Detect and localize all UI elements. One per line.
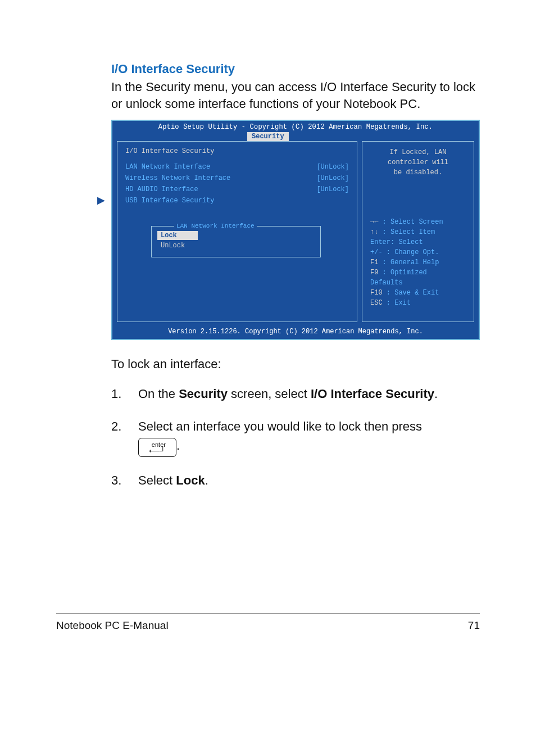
bios-key-hint: +/- : Change Opt.	[370, 247, 466, 257]
bios-item-label: HD AUDIO Interface	[125, 185, 198, 193]
bios-popup-title: LAN Network Interface	[174, 223, 257, 229]
bios-popup-option-unlock: UnLock	[157, 241, 198, 250]
bios-footer: Version 2.15.1226. Copyright (C) 2012 Am…	[112, 327, 479, 339]
bios-key-hint: ↑↓ : Select Item	[370, 227, 466, 237]
bios-key-hint: Enter: Select	[370, 237, 466, 247]
bios-left-panel: I/O Interface Security LAN Network Inter…	[117, 141, 357, 322]
bios-key-hint: F1 : General Help	[370, 257, 466, 268]
bios-screenshot: Aptio Setup Utility - Copyright (C) 2012…	[111, 120, 480, 340]
bios-key-hint: ESC : Exit	[370, 298, 466, 308]
bios-item-lan: LAN Network Interface [UnLock]	[125, 163, 349, 171]
bios-help-line: controller will	[370, 157, 466, 168]
step-3: 3. Select Lock.	[111, 472, 480, 490]
instruction-heading: To lock an interface:	[111, 357, 480, 372]
bios-item-label: USB Interface Security	[125, 197, 214, 205]
bios-help-line: If Locked, LAN	[370, 147, 466, 157]
enter-key-icon: enter ⟵┘	[138, 438, 176, 457]
bios-tab-security: Security	[247, 132, 289, 141]
bios-item-value: [UnLock]	[316, 163, 349, 171]
bios-item-usb: USB Interface Security	[125, 197, 349, 205]
step-1: 1. On the Security screen, select I/O In…	[111, 385, 480, 403]
bios-item-wireless: Wireless Network Interface [UnLock]	[125, 174, 349, 182]
page-number: 71	[468, 619, 480, 632]
step-text: Select an interface you would like to lo…	[138, 418, 480, 457]
step-2: 2. Select an interface you would like to…	[111, 418, 480, 457]
bios-title: Aptio Setup Utility - Copyright (C) 2012…	[112, 121, 479, 131]
bios-item-value: [UnLock]	[316, 185, 349, 193]
section-heading: I/O Interface Security	[111, 62, 480, 76]
step-text: Select Lock.	[138, 472, 480, 490]
bios-item-label: Wireless Network Interface	[125, 174, 230, 182]
bios-popup: LAN Network Interface Lock UnLock	[151, 226, 321, 257]
page-footer: Notebook PC E-Manual 71	[56, 613, 480, 649]
bios-row-pointer-icon: ▶	[97, 194, 105, 206]
step-number: 2.	[111, 418, 138, 457]
bios-help-panel: If Locked, LAN controller will be disabl…	[362, 141, 474, 322]
intro-text: In the Security menu, you can access I/O…	[111, 79, 480, 112]
step-number: 3.	[111, 472, 138, 490]
bios-item-label: LAN Network Interface	[125, 163, 210, 171]
bios-key-hint: F9 : Optimized	[370, 268, 466, 278]
footer-title: Notebook PC E-Manual	[56, 619, 169, 632]
bios-key-hint: Defaults	[370, 278, 466, 288]
bios-key-hint: →← : Select Screen	[370, 217, 466, 227]
bios-panel-header: I/O Interface Security	[125, 147, 349, 155]
bios-item-hdaudio: HD AUDIO Interface [UnLock]	[125, 185, 349, 193]
bios-popup-option-lock: Lock	[157, 231, 198, 240]
bios-help-line: be disabled.	[370, 168, 466, 178]
bios-key-hint: F10 : Save & Exit	[370, 288, 466, 298]
bios-item-value: [UnLock]	[316, 174, 349, 182]
step-text: On the Security screen, select I/O Inter…	[138, 385, 480, 403]
step-number: 1.	[111, 385, 138, 403]
